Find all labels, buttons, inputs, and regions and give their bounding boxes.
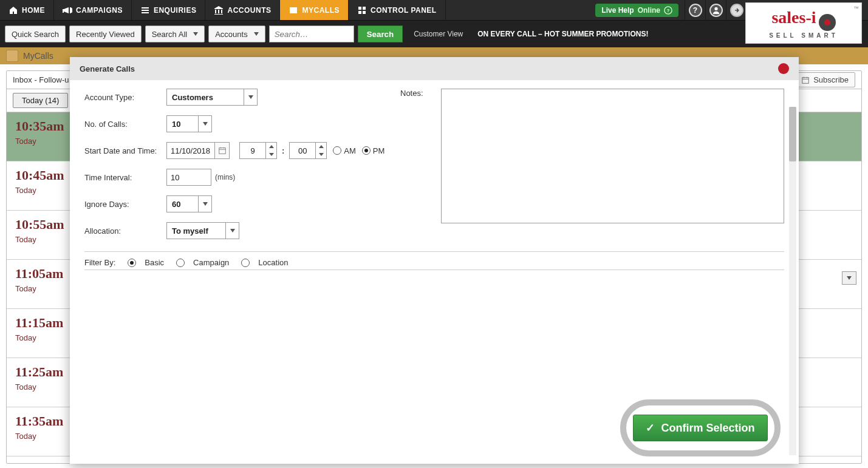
- label-allocation: Allocation:: [84, 226, 166, 236]
- filter-location-label: Location: [258, 258, 288, 267]
- label-filter-by: Filter By:: [84, 258, 115, 267]
- nav-enquiries[interactable]: ENQUIRIES: [132, 0, 206, 20]
- account-type-select[interactable]: Customers: [166, 89, 258, 106]
- nav-enquiries-label: ENQUIRIES: [154, 6, 197, 15]
- mins-label: (mins): [215, 173, 235, 181]
- confirm-selection-button[interactable]: ✓ Confirm Selection: [633, 415, 767, 441]
- chevron-down-icon: [198, 196, 211, 212]
- search-all-dropdown[interactable]: Search All: [145, 25, 205, 42]
- modal-header: Generate Calls: [70, 57, 799, 80]
- filter-basic-label: Basic: [145, 258, 164, 267]
- chevron-down-icon: [266, 151, 276, 158]
- calendar-icon: [801, 76, 810, 84]
- logout-button[interactable]: [726, 0, 747, 21]
- interval-input[interactable]: [166, 169, 211, 186]
- modal-body: Account Type: Customers No. of Calls: 10…: [70, 80, 799, 464]
- nav-accounts-label: ACCOUNTS: [227, 6, 271, 15]
- ignore-days-value: 60: [172, 200, 180, 209]
- megaphone-icon: [63, 5, 72, 15]
- tab-today[interactable]: Today (14): [13, 93, 68, 108]
- allocation-value: To myself: [172, 226, 208, 236]
- checkmark-icon: ✓: [646, 421, 655, 435]
- filter-campaign-label: Campaign: [193, 258, 229, 267]
- nav-mycalls[interactable]: MYCALLS: [280, 0, 349, 20]
- modal-scrollbar[interactable]: [789, 107, 796, 455]
- notes-textarea[interactable]: [441, 89, 784, 223]
- nav-control-panel[interactable]: CONTROL PANEL: [349, 0, 446, 20]
- top-nav: HOME CAMPAIGNS ENQUIRIES ACCOUNTS MYCALL…: [0, 0, 868, 21]
- live-help-button[interactable]: Live Help Online ?: [595, 4, 678, 17]
- account-type-value: Customers: [172, 93, 213, 102]
- logo-line1: sales-i: [771, 8, 816, 27]
- help-button[interactable]: ?: [685, 0, 705, 21]
- accounts-dropdown[interactable]: Accounts: [208, 25, 265, 42]
- hour-spinner[interactable]: [266, 142, 277, 159]
- close-icon[interactable]: [778, 63, 789, 74]
- panel-dropdown-button[interactable]: [842, 271, 856, 285]
- live-help-prefix: Live Help: [601, 6, 634, 15]
- label-interval: Time Interval:: [84, 173, 166, 182]
- form-column: Account Type: Customers No. of Calls: 10…: [84, 89, 388, 249]
- confirm-highlight-ring: ✓ Confirm Selection: [620, 399, 781, 456]
- live-help-status: Online: [638, 6, 660, 15]
- quick-search-label: Quick Search: [12, 30, 59, 39]
- search-input[interactable]: [269, 25, 354, 42]
- scrollbar-thumb[interactable]: [789, 107, 796, 161]
- calendar-picker-icon[interactable]: [215, 142, 230, 159]
- chevron-down-icon: [316, 151, 326, 158]
- filter-location-radio[interactable]: [241, 259, 250, 267]
- start-hour-input[interactable]: [239, 142, 266, 159]
- am-radio[interactable]: [333, 146, 341, 155]
- generate-calls-modal: Generate Calls Account Type: Customers N…: [70, 57, 799, 464]
- recently-viewed-button[interactable]: Recently Viewed: [69, 25, 142, 42]
- start-minute-input[interactable]: [289, 142, 316, 159]
- divider: [84, 270, 784, 270]
- accounts-dd-label: Accounts: [215, 30, 247, 39]
- chevron-down-icon: [225, 223, 239, 239]
- search-button-label: Search: [367, 30, 394, 39]
- arrow-right-icon: [730, 4, 743, 17]
- nav-home[interactable]: HOME: [0, 0, 54, 20]
- notes-column: Notes:: [400, 89, 784, 249]
- search-toolbar: Quick Search Recently Viewed Search All …: [0, 21, 868, 47]
- label-start-date: Start Date and Time:: [84, 146, 166, 155]
- search-button[interactable]: Search: [358, 25, 403, 42]
- promo-text: ON EVERY CALL – HOT SUMMER PROMOTIONS!: [477, 30, 648, 38]
- customer-view-link[interactable]: Customer View: [414, 30, 463, 38]
- minute-spinner[interactable]: [316, 142, 327, 159]
- svg-point-2: [714, 7, 717, 10]
- calls-icon: [289, 5, 298, 15]
- nav-campaigns[interactable]: CAMPAIGNS: [54, 0, 132, 20]
- filter-row: Filter By: Basic Campaign Location: [84, 258, 784, 267]
- nav-campaigns-label: CAMPAIGNS: [76, 6, 123, 15]
- quick-search-button[interactable]: Quick Search: [5, 25, 66, 42]
- label-ignore-days: Ignore Days:: [84, 200, 166, 209]
- divider: [84, 251, 784, 252]
- nav-mycalls-label: MYCALLS: [302, 6, 340, 15]
- chevron-down-icon: [244, 89, 257, 105]
- tab-today-label: Today (14): [22, 96, 59, 105]
- search-all-label: Search All: [152, 30, 188, 39]
- home-icon: [9, 5, 18, 15]
- subscribe-button[interactable]: Subscribe: [795, 72, 855, 87]
- filter-campaign-radio[interactable]: [176, 259, 185, 267]
- list-icon: [140, 5, 150, 15]
- svg-rect-3: [802, 77, 809, 83]
- chevron-down-icon: [198, 116, 211, 132]
- start-date-input[interactable]: [166, 142, 215, 159]
- pm-label: PM: [373, 146, 385, 155]
- label-account-type: Account Type:: [84, 93, 166, 102]
- profile-button[interactable]: [705, 0, 726, 21]
- pm-radio[interactable]: [362, 146, 371, 155]
- confirm-label: Confirm Selection: [661, 422, 754, 435]
- help-bubble-icon: ?: [664, 6, 672, 15]
- filter-basic-radio[interactable]: [128, 259, 136, 267]
- mycalls-icon: [6, 50, 18, 62]
- recently-viewed-label: Recently Viewed: [76, 30, 135, 39]
- no-calls-select[interactable]: 10: [166, 115, 212, 132]
- nav-accounts[interactable]: ACCOUNTS: [205, 0, 280, 20]
- ignore-days-select[interactable]: 60: [166, 195, 212, 212]
- label-no-calls: No. of Calls:: [84, 120, 166, 129]
- nav-control-label: CONTROL PANEL: [371, 6, 437, 15]
- allocation-select[interactable]: To myself: [166, 222, 239, 239]
